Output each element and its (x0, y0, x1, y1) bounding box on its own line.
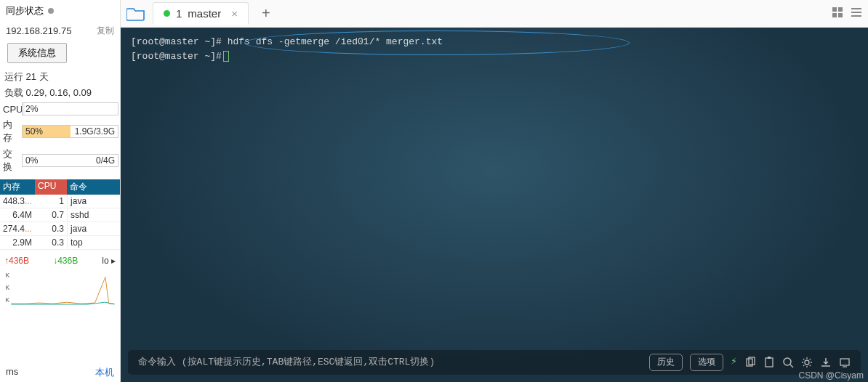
table-row[interactable]: 448.3 1 java (0, 195, 120, 208)
folder-icon[interactable] (126, 7, 145, 21)
grid-view-icon[interactable] (832, 7, 843, 20)
bolt-icon[interactable]: ⚡ (731, 354, 737, 371)
main-area: 1 master × + [root@master ~]# hdfs dfs -… (121, 0, 868, 382)
terminal-line: [root@master ~]# hdfs dfs -getmerge /ied… (131, 35, 858, 49)
copy-ip-button[interactable]: 复制 (97, 25, 114, 37)
screen-icon[interactable] (839, 357, 851, 368)
proc-header-cmd[interactable]: 命令 (67, 179, 120, 195)
cpu-bar: 2% (22, 102, 118, 115)
tab-status-dot-icon (164, 10, 170, 17)
net-interface: lo ▸ (102, 256, 116, 266)
svg-rect-7 (851, 8, 861, 9)
svg-rect-8 (851, 12, 861, 13)
mem-bar: 50% 1.9G/3.9G (22, 125, 118, 138)
tab-label: master (188, 7, 221, 20)
swap-bar: 0% 0/4G (22, 154, 118, 167)
cpu-label: CPU (1, 104, 19, 115)
terminal-line: [root@master ~]# (131, 49, 858, 64)
sidebar-bottom: ms 本机 (0, 363, 120, 382)
proc-cpu: 0.3 (35, 222, 67, 235)
prompt: [root@master ~]# (131, 36, 222, 47)
svg-text:K: K (6, 284, 10, 291)
load-text: 负载 0.29, 0.16, 0.09 (0, 85, 120, 101)
cpu-row: CPU 2% (0, 101, 120, 117)
system-info-button[interactable]: 系统信息 (7, 43, 67, 63)
proc-mem: 6.4M (0, 208, 35, 222)
proc-header-cpu[interactable]: CPU (35, 179, 67, 195)
table-row[interactable]: 2.9M 0.3 top (0, 236, 120, 250)
table-row[interactable]: 6.4M 0.7 sshd (0, 208, 120, 222)
svg-rect-4 (838, 7, 843, 12)
proc-cmd: top (67, 236, 120, 249)
net-upload: ↑436B (4, 256, 29, 266)
command-input-hint[interactable]: 命令输入 (按ALT键提示历史,TAB键路径,ESC键返回,双击CTRL切换) (138, 355, 642, 370)
proc-cmd: sshd (67, 208, 120, 222)
tab-bar: 1 master × + (121, 0, 868, 28)
search-icon[interactable] (782, 357, 794, 368)
tab-master[interactable]: 1 master × (153, 2, 249, 25)
proc-mem: 274.4 (3, 224, 25, 234)
gear-icon[interactable] (801, 357, 813, 368)
proc-cpu: 0.7 (35, 208, 67, 222)
graph-svg-icon: K K K (3, 270, 117, 305)
options-button[interactable]: 选项 (690, 354, 723, 371)
tab-index: 1 (176, 7, 182, 20)
proc-mem: 2.9M (0, 236, 35, 249)
terminal[interactable]: [root@master ~]# hdfs dfs -getmerge /ied… (121, 28, 868, 382)
proc-cpu: 0.3 (35, 236, 67, 249)
svg-rect-17 (840, 359, 849, 365)
menu-icon[interactable] (851, 7, 862, 20)
prompt: [root@master ~]# (131, 51, 222, 62)
svg-text:K: K (6, 296, 10, 304)
bottom-right-label[interactable]: 本机 (95, 366, 114, 379)
proc-cmd: java (67, 222, 120, 235)
cursor-icon (223, 51, 229, 62)
uptime-text: 运行 21 天 (0, 69, 120, 85)
mem-label: 内存 (1, 118, 19, 145)
command-bar: 命令输入 (按ALT键提示历史,TAB键路径,ESC键返回,双击CTRL切换) … (128, 350, 861, 375)
paste-icon[interactable] (763, 357, 775, 368)
net-download: ↓436B (53, 256, 78, 266)
table-row[interactable]: 274.4 0.3 java (0, 222, 120, 236)
sync-label: 同步状态 (6, 4, 44, 17)
ip-row: 192.168.219.75 复制 (0, 22, 120, 40)
svg-rect-9 (851, 15, 861, 17)
sync-status-row: 同步状态 (0, 0, 120, 22)
tab-right-icons (832, 7, 862, 20)
swap-pct: 0% (25, 155, 38, 166)
svg-rect-6 (838, 13, 843, 17)
svg-rect-12 (765, 358, 773, 367)
bottom-left-label: ms (6, 366, 18, 379)
svg-line-15 (790, 365, 793, 367)
ip-address: 192.168.219.75 (6, 25, 71, 36)
history-button[interactable]: 历史 (649, 354, 683, 371)
mem-row: 内存 50% 1.9G/3.9G (0, 117, 120, 146)
download-icon[interactable] (820, 357, 832, 368)
svg-rect-13 (768, 357, 771, 359)
mem-detail: 1.9G/3.9G (75, 126, 115, 137)
svg-point-16 (805, 360, 809, 365)
svg-point-14 (784, 358, 791, 365)
process-table-header: 内存 CPU 命令 (0, 179, 120, 195)
sync-status-dot-icon (48, 8, 54, 14)
cpu-pct: 2% (25, 104, 38, 114)
proc-header-mem[interactable]: 内存 (0, 179, 35, 195)
new-tab-button[interactable]: + (256, 5, 276, 22)
tab-close-icon[interactable]: × (231, 7, 238, 20)
network-graph: K K K (0, 269, 120, 306)
swap-detail: 0/4G (96, 155, 115, 166)
proc-mem: 448.3 (3, 196, 25, 206)
watermark: CSDN @Cisyam (798, 370, 864, 381)
cpu-bar-fill (23, 103, 25, 115)
copy-icon[interactable] (744, 357, 756, 368)
svg-rect-3 (832, 7, 837, 12)
svg-text:K: K (6, 272, 10, 279)
network-row: ↑436B ↓436B lo ▸ (0, 253, 120, 269)
mem-pct: 50% (25, 126, 43, 137)
swap-row: 交换 0% 0/4G (0, 146, 120, 175)
swap-label: 交换 (1, 147, 19, 174)
svg-rect-5 (832, 13, 837, 17)
proc-cmd: java (67, 195, 120, 208)
proc-cpu: 1 (35, 195, 67, 208)
command-text: hdfs dfs -getmerge /ied01/* merger.txt (222, 36, 443, 47)
